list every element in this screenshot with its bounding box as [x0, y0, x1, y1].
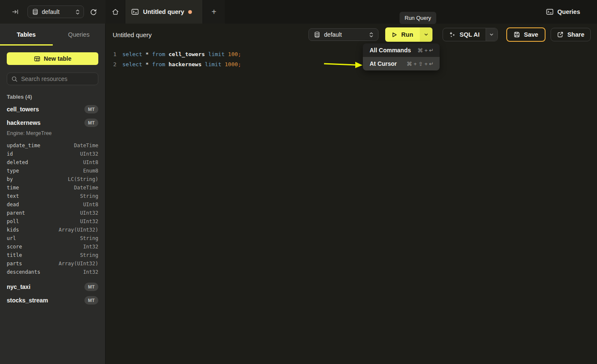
table-engine-label: Engine: MergeTree	[7, 129, 98, 137]
home-button[interactable]	[105, 0, 125, 24]
column-name: type	[7, 168, 19, 174]
table-name: stocks_stream	[7, 297, 48, 304]
line-number: 2	[105, 61, 116, 67]
code-text: select*fromhackernewslimit1000;	[122, 61, 241, 67]
run-button[interactable]: Run	[385, 27, 420, 42]
sql-keyword: select	[122, 51, 142, 57]
sql-editor[interactable]: 1 select*fromcell_towerslimit100; 2 sele…	[105, 46, 597, 364]
query-header: Untitled query default	[105, 24, 597, 46]
column-type: UInt32	[80, 151, 98, 157]
sparkles-icon	[449, 31, 456, 38]
table-row-hackernews[interactable]: hackernews MT	[7, 116, 98, 129]
terminal-icon	[546, 8, 554, 15]
database-selector-topbar[interactable]: default	[27, 5, 84, 18]
column-row: score Int32	[7, 243, 98, 251]
column-row: dead UInt8	[7, 200, 98, 209]
column-type: Int32	[83, 244, 98, 250]
column-row: update_time DateTime	[7, 141, 98, 150]
engine-badge: MT	[84, 283, 98, 291]
column-row: title String	[7, 251, 98, 259]
table-name: hackernews	[7, 119, 41, 126]
column-name: text	[7, 193, 19, 199]
unsaved-changes-dot	[188, 10, 192, 14]
sql-keyword: select	[122, 61, 142, 67]
tab-strip: Untitled query +	[105, 0, 225, 24]
column-name: update_time	[7, 143, 40, 148]
column-name: by	[7, 176, 13, 182]
code-text: select*fromcell_towerslimit100;	[122, 51, 241, 57]
column-name: parent	[7, 210, 25, 216]
play-icon	[391, 32, 397, 38]
tables-section-title: Tables (4)	[7, 94, 98, 100]
column-row: id UInt32	[7, 150, 98, 158]
menu-item-all-commands[interactable]: All Commands ⌘ + ↵	[363, 43, 440, 57]
column-row: type Enum8	[7, 167, 98, 175]
column-type: DateTime	[74, 185, 98, 191]
sidebar-tab-queries[interactable]: Queries	[53, 24, 105, 46]
save-icon	[513, 31, 520, 38]
column-name: deleted	[7, 159, 28, 165]
sql-keyword: from	[152, 51, 165, 57]
column-type: UInt32	[80, 210, 98, 216]
new-table-button[interactable]: New table	[7, 52, 98, 65]
table-name: nyc_taxi	[7, 283, 30, 290]
column-row: parts Array(UInt32)	[7, 259, 98, 268]
run-options-caret[interactable]	[420, 27, 432, 42]
sql-ai-button[interactable]: SQL AI	[443, 28, 486, 41]
sql-table-name: cell_towers	[169, 51, 205, 57]
column-name: parts	[7, 261, 22, 267]
column-type: Array(UInt32)	[59, 227, 98, 233]
run-query-tooltip-label: Run Query	[405, 15, 431, 21]
column-row: poll UInt32	[7, 217, 98, 226]
column-type: UInt8	[83, 159, 98, 165]
table-row-cell-towers[interactable]: cell_towers MT	[7, 102, 98, 116]
column-type: Array(UInt32)	[59, 261, 98, 267]
engine-badge: MT	[84, 119, 98, 127]
new-tab-button[interactable]: +	[203, 0, 225, 24]
menu-item-at-cursor[interactable]: At Cursor ⌘ + ⇧ + ↵	[363, 57, 440, 70]
column-type: String	[80, 193, 98, 199]
sql-star: *	[146, 51, 149, 57]
sql-semicolon: ;	[238, 51, 241, 57]
table-row-nyc-taxi[interactable]: nyc_taxi MT	[7, 280, 98, 294]
refresh-icon	[90, 8, 97, 16]
database-selector-toolbar[interactable]: default	[308, 28, 378, 41]
share-button[interactable]: Share	[551, 28, 591, 41]
column-type: LC(String)	[68, 176, 98, 182]
engine-badge: MT	[84, 296, 98, 305]
sidebar-tab-tables[interactable]: Tables	[0, 24, 53, 46]
sql-ai-options-caret[interactable]	[486, 28, 497, 41]
column-name: time	[7, 185, 19, 191]
table-row-stocks-stream[interactable]: stocks_stream MT	[7, 294, 98, 307]
sidebar-body: New table Tables (4) cell_towers MT hack…	[0, 46, 105, 314]
column-type: UInt32	[80, 218, 98, 224]
column-name: kids	[7, 227, 19, 233]
database-icon	[314, 31, 320, 38]
queries-button[interactable]: Queries	[546, 8, 580, 15]
code-line-2: 2 select*fromhackernewslimit1000;	[105, 59, 597, 69]
share-icon	[557, 31, 564, 38]
collapse-sidebar-button[interactable]	[10, 7, 21, 17]
run-query-tooltip: Run Query	[400, 12, 436, 24]
search-resources-input[interactable]	[21, 75, 97, 82]
plus-icon: +	[211, 7, 216, 17]
table-icon	[34, 56, 41, 62]
column-type: Int32	[83, 269, 98, 275]
code-line-1: 1 select*fromcell_towerslimit100;	[105, 49, 597, 59]
chevrons-up-down-icon	[369, 32, 374, 38]
main-panel: Untitled query default	[105, 24, 597, 364]
sql-keyword: from	[152, 61, 165, 67]
tab-untitled-query[interactable]: Untitled query	[125, 0, 203, 24]
save-button[interactable]: Save	[506, 27, 546, 42]
column-name: score	[7, 244, 22, 250]
sql-semicolon: ;	[238, 61, 241, 67]
top-bar-left: default	[0, 0, 105, 24]
menu-item-shortcut: ⌘ + ↵	[417, 47, 434, 54]
sidebar-tab-tables-label: Tables	[17, 31, 36, 38]
menu-item-shortcut: ⌘ + ⇧ + ↵	[407, 61, 434, 67]
menu-item-label: At Cursor	[370, 60, 397, 67]
refresh-button[interactable]	[88, 7, 99, 17]
column-type: DateTime	[74, 143, 98, 148]
sql-ai-split-button: SQL AI	[443, 28, 498, 41]
sql-table-name: hackernews	[169, 61, 202, 67]
